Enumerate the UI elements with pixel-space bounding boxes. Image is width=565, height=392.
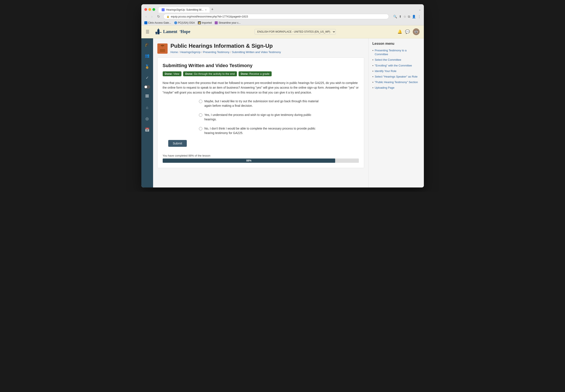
radio-no-input[interactable] <box>199 127 202 130</box>
window-chevron-icon: ⌄ <box>419 8 421 11</box>
svg-point-5 <box>157 29 159 31</box>
bookmark-citrix[interactable]: Citrix Access Gate... <box>144 21 171 24</box>
lesson-menu-link-5[interactable]: "Public Hearing Testimony" Section <box>375 80 418 84</box>
breadcrumb-hearingssignup[interactable]: HearingsSignUp <box>180 51 201 54</box>
lesson-title: Submitting Written and Video Testimony <box>163 63 359 68</box>
pcusa-label: PC(USA) OGA <box>178 21 195 24</box>
page-icon <box>157 43 168 54</box>
layers-icon[interactable] <box>144 92 150 100</box>
citrix-favicon <box>144 21 147 24</box>
progress-bar-inner: 88% <box>163 158 335 163</box>
home-icon[interactable]: ⌂ <box>145 104 150 111</box>
svg-rect-13 <box>160 49 165 52</box>
bullet-icon-4: • <box>373 75 374 78</box>
toggle-switch[interactable] <box>144 85 150 89</box>
hamburger-menu-button[interactable]: ☰ <box>146 29 149 34</box>
lesson-menu-link-1[interactable]: Select the Committee <box>375 58 401 62</box>
new-tab-button[interactable]: + <box>210 6 215 13</box>
breadcrumb-sep-3: / <box>230 51 231 54</box>
progress-percentage: 88% <box>246 159 251 162</box>
active-tab[interactable]: HearingsSignUp: Submitting W... × <box>159 7 210 13</box>
search-icon[interactable]: 🔍 <box>393 15 397 18</box>
lesson-menu-link-0[interactable]: Presenting Testimony to a Committee <box>375 49 420 56</box>
lesson-menu-link-4[interactable]: Select "Hearings Speaker" as Role <box>375 75 418 79</box>
bookmarks-bar: Citrix Access Gate... PC(USA) OGA 📁 Impo… <box>141 20 424 25</box>
calendar-icon[interactable]: 📅 <box>144 126 151 133</box>
account-icon[interactable]: 👤 <box>412 15 416 18</box>
tab-close-button[interactable]: × <box>205 9 206 11</box>
language-selector[interactable]: ENGLISH FOR WORKPLACE - UNITED STATES (E… <box>255 29 336 35</box>
right-sidebar: Lesson menu • Presenting Testimony to a … <box>368 38 424 187</box>
bookmark-imported[interactable]: 📁 Imported <box>198 21 212 24</box>
breadcrumb-presenting-testimony[interactable]: Presenting Testimony <box>203 51 229 54</box>
svg-text:Lament: Lament <box>163 29 177 34</box>
breadcrumb-sep-1: / <box>179 51 179 54</box>
users-icon[interactable]: 👥 <box>144 52 151 59</box>
forward-button[interactable]: › <box>150 14 154 19</box>
maximize-traffic-light[interactable] <box>152 8 155 11</box>
page-header: Public Hearings Information & Sign-Up Ho… <box>157 42 364 54</box>
close-traffic-light[interactable] <box>144 8 147 11</box>
upload-icon[interactable]: ⬆ <box>399 15 402 18</box>
radio-options: Maybe, but I would like to try out the s… <box>199 99 323 135</box>
lesson-menu-link-3[interactable]: Identify Your Role <box>375 69 396 73</box>
url-bar[interactable]: 🔒 equip.pcusa.org/mod/lesson/view.php?id… <box>163 14 389 19</box>
bookmark-streamline[interactable]: Streamline your c... <box>215 21 241 24</box>
tab-bar: HearingsSignUp: Submitting W... × + <box>159 6 417 13</box>
done-badge-view: Done: View <box>163 71 181 76</box>
radio-maybe-label: Maybe, but I would like to try out the s… <box>204 99 323 108</box>
radio-yes-label: Yes, I understand the process and wish t… <box>204 113 323 122</box>
imported-label: Imported <box>202 21 212 24</box>
bullet-icon-3: • <box>373 70 374 73</box>
back-button[interactable]: ‹ <box>144 14 148 19</box>
radio-maybe-input[interactable] <box>199 100 202 103</box>
title-bar: HearingsSignUp: Submitting W... × + ⌄ <box>141 4 424 13</box>
compass-icon[interactable]: ◎ <box>144 115 150 122</box>
lesson-menu-item-0: • Presenting Testimony to a Committee <box>373 49 420 56</box>
lesson-menu-item-6: • Uploading Page <box>373 86 420 90</box>
lesson-menu-item-4: • Select "Hearings Speaker" as Role <box>373 75 420 79</box>
menu-icon[interactable]: ⋮ <box>418 15 421 18</box>
main-layout: 🎓 👥 🏅 ✓ ⌂ ◎ 📅 <box>141 38 424 187</box>
user-avatar[interactable]: 🐨 <box>413 28 420 35</box>
svg-rect-10 <box>145 95 149 95</box>
traffic-lights <box>144 8 155 11</box>
progress-text: You have completed 88% of the lesson <box>163 154 359 157</box>
messages-icon[interactable]: 💬 <box>405 29 410 34</box>
page-title-area: Public Hearings Information & Sign-Up Ho… <box>171 42 281 54</box>
lesson-body-text: Now that you have seen the process that … <box>163 81 359 95</box>
svg-text:Hope: Hope <box>181 29 190 34</box>
window-controls: ⌄ <box>419 8 421 11</box>
notification-bell-icon[interactable]: 🔔 <box>397 29 402 34</box>
star-icon[interactable]: ☆ <box>403 15 406 18</box>
lesson-menu-link-2[interactable]: "Enrolling" with the Committee <box>375 64 412 68</box>
address-bar-icons: 🔍 ⬆ ☆ ⧉ 👤 ⋮ <box>393 15 421 18</box>
lock-icon: 🔒 <box>167 15 170 18</box>
imported-favicon: 📁 <box>198 21 201 24</box>
header-icons: 🔔 💬 🐨 <box>397 28 420 35</box>
svg-point-0 <box>162 9 164 11</box>
submit-button[interactable]: Submit <box>168 140 187 147</box>
done-badge-activity: Done: Go through the activity to the end <box>183 71 237 76</box>
url-text: equip.pcusa.org/mod/lesson/view.php?id=1… <box>171 15 386 18</box>
address-bar: ‹ › ↻ 🔒 equip.pcusa.org/mod/lesson/view.… <box>141 13 424 20</box>
svg-point-17 <box>163 45 164 46</box>
lesson-menu-item-5: • "Public Hearing Testimony" Section <box>373 80 420 84</box>
graduation-cap-icon[interactable]: 🎓 <box>144 41 151 48</box>
tab-favicon <box>162 8 165 11</box>
site-logo[interactable]: Lament ™ Hope <box>155 28 193 36</box>
radio-yes-input[interactable] <box>199 113 202 117</box>
radio-option-yes: Yes, I understand the process and wish t… <box>199 113 323 122</box>
breadcrumb-submitting-testimony[interactable]: Submitting Written and Video Testimony <box>232 51 281 54</box>
bookmark-pcusa[interactable]: PC(USA) OGA <box>174 21 195 24</box>
lesson-menu-link-6[interactable]: Uploading Page <box>375 86 394 90</box>
minimize-traffic-light[interactable] <box>148 8 151 11</box>
refresh-button[interactable]: ↻ <box>156 14 161 19</box>
breadcrumb-home[interactable]: Home <box>171 51 178 54</box>
award-icon[interactable]: 🏅 <box>144 63 151 70</box>
split-view-icon[interactable]: ⧉ <box>408 15 410 18</box>
checkmark-circle-icon[interactable]: ✓ <box>144 74 150 81</box>
citrix-label: Citrix Access Gate... <box>148 21 171 24</box>
radio-no-label: No, I don't think I would be able to com… <box>204 126 323 135</box>
svg-text:📁: 📁 <box>198 22 201 24</box>
